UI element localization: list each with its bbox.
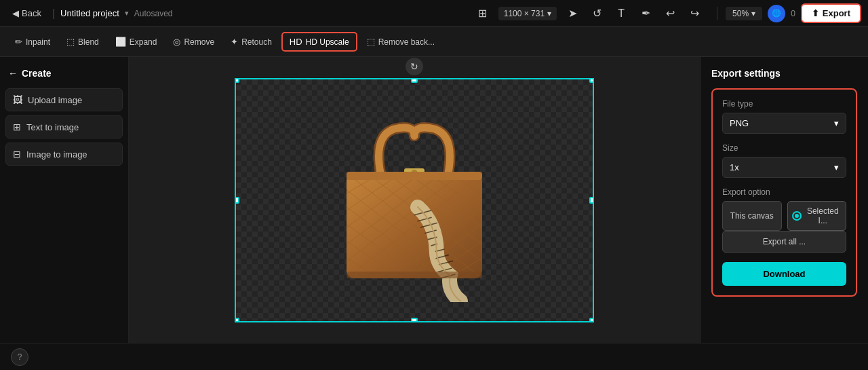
back-arrow-create-icon: ← bbox=[8, 68, 18, 79]
file-type-label: File type bbox=[722, 99, 846, 109]
handle-bot-left[interactable] bbox=[235, 318, 239, 322]
expand-icon: ⬜ bbox=[115, 37, 126, 47]
export-icon: ⬆ bbox=[812, 8, 819, 18]
remove-icon: ◎ bbox=[173, 37, 180, 47]
export-label: Export bbox=[823, 8, 850, 18]
blend-icon: ⬚ bbox=[66, 37, 75, 47]
create-label: Create bbox=[22, 68, 52, 79]
export-option-group: Export option This canvas Selected I... … bbox=[722, 187, 846, 253]
topbar: ◀ Back | Untitled project ▾ Autosaved ⊞ … bbox=[0, 0, 868, 27]
download-label: Download bbox=[763, 269, 805, 279]
hd-upscale-label: HD Upscale bbox=[306, 37, 349, 47]
bottom-bar: ? bbox=[0, 343, 868, 370]
inpaint-label: Inpaint bbox=[26, 37, 50, 47]
user-avatar[interactable]: 🌐 bbox=[768, 5, 785, 22]
handle-mid-right[interactable] bbox=[589, 197, 594, 204]
canvas-size-label: 1100 × 731 bbox=[504, 9, 545, 18]
retouch-tool[interactable]: ✦ Retouch bbox=[224, 33, 279, 50]
canvas-size-btn[interactable]: 1100 × 731 ▾ bbox=[498, 7, 557, 20]
upload-image-label: Upload image bbox=[28, 95, 82, 105]
autosave-status: Autosaved bbox=[134, 9, 173, 18]
text-to-image-btn[interactable]: ⊞ Text to image bbox=[5, 115, 123, 138]
selected-label: Selected I... bbox=[804, 206, 842, 225]
selected-radio bbox=[792, 211, 802, 221]
cursor-icon[interactable]: ➤ bbox=[564, 5, 581, 22]
text-icon[interactable]: T bbox=[612, 5, 630, 22]
canvas-area[interactable]: ↻ bbox=[129, 57, 700, 343]
svg-rect-26 bbox=[347, 172, 482, 180]
canvas-image[interactable] bbox=[235, 78, 594, 322]
pen-icon[interactable]: ✒ bbox=[637, 5, 654, 22]
radio-inner bbox=[795, 214, 799, 218]
text-to-image-label: Text to image bbox=[26, 122, 79, 132]
handle-top-mid[interactable] bbox=[411, 78, 418, 83]
export-button[interactable]: ⬆ Export bbox=[801, 3, 861, 23]
hd-icon: HD bbox=[290, 37, 302, 47]
redo-icon[interactable]: ↪ bbox=[686, 5, 703, 22]
back-button[interactable]: ◀ Back bbox=[7, 5, 47, 21]
handle-bot-right[interactable] bbox=[589, 318, 594, 322]
toolbar: ✏ Inpaint ⬚ Blend ⬜ Expand ◎ Remove ✦ Re… bbox=[0, 27, 868, 57]
remove-back-tool[interactable]: ⬚ Remove back... bbox=[360, 33, 441, 50]
handle-top-left[interactable] bbox=[235, 78, 239, 83]
canvas-refresh-btn[interactable]: ↻ bbox=[406, 58, 423, 75]
image-to-image-label: Image to image bbox=[26, 149, 87, 160]
resize-icon[interactable]: ⊞ bbox=[474, 5, 492, 22]
file-type-group: File type PNG ▾ bbox=[722, 99, 846, 134]
retouch-icon: ✦ bbox=[231, 37, 238, 47]
export-panel-title: Export settings bbox=[711, 68, 857, 79]
export-panel: Export settings File type PNG ▾ Size 1x … bbox=[700, 57, 868, 343]
bag-image bbox=[313, 98, 516, 302]
inpaint-icon: ✏ bbox=[15, 37, 22, 47]
file-type-value: PNG bbox=[730, 118, 749, 128]
refresh-icon[interactable]: ↺ bbox=[588, 5, 606, 22]
blend-label: Blend bbox=[78, 37, 99, 47]
img-img-icon: ⊟ bbox=[13, 149, 21, 160]
hd-upscale-tool[interactable]: HD HD Upscale bbox=[281, 32, 357, 52]
retouch-label: Retouch bbox=[241, 37, 272, 47]
export-all-btn[interactable]: Export all ... bbox=[722, 231, 846, 253]
canvas-tools: ⊞ 1100 × 731 ▾ ➤ ↺ T ✒ ↩ ↪ bbox=[469, 5, 709, 22]
inpaint-tool[interactable]: ✏ Inpaint bbox=[8, 33, 57, 50]
image-to-image-btn[interactable]: ⊟ Image to image bbox=[5, 143, 123, 166]
size-group: Size 1x ▾ bbox=[722, 143, 846, 178]
this-canvas-btn[interactable]: This canvas bbox=[722, 201, 782, 231]
project-title[interactable]: Untitled project bbox=[60, 8, 119, 18]
canvas-wrapper: ↻ bbox=[235, 78, 594, 322]
svg-rect-38 bbox=[347, 272, 482, 278]
help-button[interactable]: ? bbox=[11, 348, 28, 366]
handle-top-right[interactable] bbox=[589, 78, 594, 83]
zoom-caret: ▾ bbox=[751, 9, 755, 18]
remove-tool[interactable]: ◎ Remove bbox=[166, 33, 221, 50]
notification-count[interactable]: 0 bbox=[791, 9, 795, 18]
text-image-icon: ⊞ bbox=[13, 122, 21, 132]
expand-tool[interactable]: ⬜ Expand bbox=[108, 33, 164, 50]
undo-icon[interactable]: ↩ bbox=[661, 5, 679, 22]
back-label: Back bbox=[22, 8, 41, 18]
file-type-caret: ▾ bbox=[834, 118, 839, 128]
blend-tool[interactable]: ⬚ Blend bbox=[60, 33, 106, 50]
remove-label: Remove bbox=[184, 37, 214, 47]
size-select[interactable]: 1x ▾ bbox=[722, 157, 846, 178]
this-canvas-label: This canvas bbox=[730, 211, 774, 221]
size-caret: ▾ bbox=[834, 162, 839, 172]
canvas-size-caret: ▾ bbox=[547, 9, 551, 18]
upload-image-btn[interactable]: 🖼 Upload image bbox=[5, 88, 123, 111]
title-dropdown-icon[interactable]: ▾ bbox=[125, 9, 129, 18]
sidebar-header: ← Create bbox=[5, 64, 123, 84]
export-option-label: Export option bbox=[722, 187, 846, 197]
handle-mid-left[interactable] bbox=[235, 197, 239, 204]
remove-back-label: Remove back... bbox=[378, 37, 435, 47]
size-label: Size bbox=[722, 143, 846, 153]
download-button[interactable]: Download bbox=[722, 262, 846, 286]
size-value: 1x bbox=[730, 162, 739, 172]
handle-bot-mid[interactable] bbox=[411, 318, 418, 322]
upload-icon: 🖼 bbox=[13, 94, 22, 105]
main-area: ← Create 🖼 Upload image ⊞ Text to image … bbox=[0, 57, 868, 343]
file-type-select[interactable]: PNG ▾ bbox=[722, 113, 846, 134]
export-section: File type PNG ▾ Size 1x ▾ Export option bbox=[711, 88, 857, 297]
expand-label: Expand bbox=[130, 37, 157, 47]
sidebar: ← Create 🖼 Upload image ⊞ Text to image … bbox=[0, 57, 129, 343]
selected-btn[interactable]: Selected I... bbox=[787, 201, 847, 231]
zoom-control[interactable]: 50% ▾ bbox=[726, 7, 762, 20]
